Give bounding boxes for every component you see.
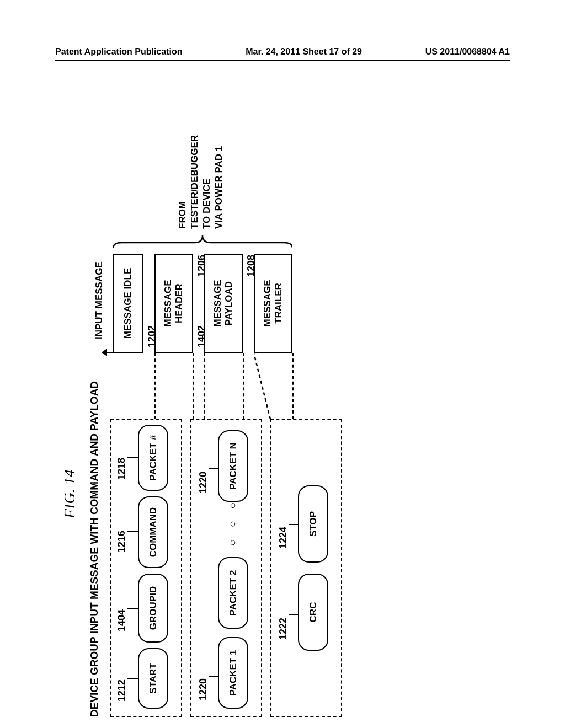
lead-1216 [127, 531, 138, 532]
ref-1212: 1212 [116, 679, 127, 702]
dots: ○ ○ ○ [226, 498, 239, 546]
lead-1222 [289, 614, 298, 615]
lead-1404 [127, 608, 138, 609]
lead-1224 [289, 524, 298, 525]
ref-1402: 1402 [196, 325, 207, 347]
lead-1218 [127, 457, 138, 458]
conn-payload-top [204, 353, 205, 419]
packet2-pill: PACKET 2 [218, 557, 248, 629]
conn-payload-bot [243, 353, 244, 419]
msg-trailer-box: MESSAGE TRAILER [254, 254, 292, 353]
header-right: US 2011/0068804 A1 [425, 47, 510, 57]
command-pill: COMMAND [138, 496, 168, 568]
msg-idle-box: MESSAGE IDLE [113, 254, 143, 353]
start-pill: START [138, 648, 168, 709]
ref-1216: 1216 [116, 531, 127, 553]
header-left: Patent Application Publication [55, 47, 183, 57]
lead-1220b [209, 468, 218, 469]
ref-1404: 1404 [116, 609, 127, 631]
lead-1220a [209, 676, 218, 677]
header-rule [55, 60, 510, 61]
figure-diagram: FIG. 14 DEVICE GROUP INPUT MESSAGE WITH … [61, 132, 502, 728]
trailer-group-box [270, 419, 342, 717]
conn-trailer-bot [292, 353, 294, 419]
conn-trailer-top-wrap [254, 353, 292, 419]
packet1-pill: PACKET 1 [218, 637, 248, 709]
ref-1220a: 1220 [198, 678, 209, 700]
conn-header-bot [193, 353, 194, 419]
input-message-label: INPUT MESSAGE [94, 261, 105, 339]
lead-1212 [127, 678, 138, 679]
brace-icon [113, 234, 292, 251]
conn-header-top [154, 353, 156, 419]
msg-payload-box: MESSAGE PAYLOAD [204, 254, 243, 353]
header-center: Mar. 24, 2011 Sheet 17 of 29 [246, 47, 362, 57]
stop-pill: STOP [298, 485, 328, 563]
ref-1208: 1208 [246, 255, 257, 277]
ref-1220b: 1220 [198, 472, 209, 494]
figure-subtitle: DEVICE GROUP INPUT MESSAGE WITH COMMAND … [88, 381, 100, 717]
packetn-pill: PACKET N [218, 430, 248, 502]
figure-title: FIG. 14 [61, 469, 78, 518]
ref-1206: 1206 [196, 255, 207, 277]
packet-num-pill: PACKET # [138, 425, 168, 491]
crc-pill: CRC [298, 574, 328, 651]
groupid-pill: GROUPID [138, 574, 168, 643]
svg-line-0 [254, 353, 270, 419]
ref-1202: 1202 [146, 325, 158, 347]
ref-1224: 1224 [278, 527, 289, 549]
ref-1218: 1218 [116, 458, 127, 480]
brace-label: FROM TESTER/DEBUGGER TO DEVICE VIA POWER… [177, 135, 225, 229]
conn-trailer-diag [254, 353, 292, 419]
msg-header-box: MESSAGE HEADER [154, 254, 193, 353]
arrow-up-head [102, 349, 107, 356]
diagram-container: FIG. 14 DEVICE GROUP INPUT MESSAGE WITH … [0, 72, 565, 728]
ref-1222: 1222 [278, 618, 289, 640]
